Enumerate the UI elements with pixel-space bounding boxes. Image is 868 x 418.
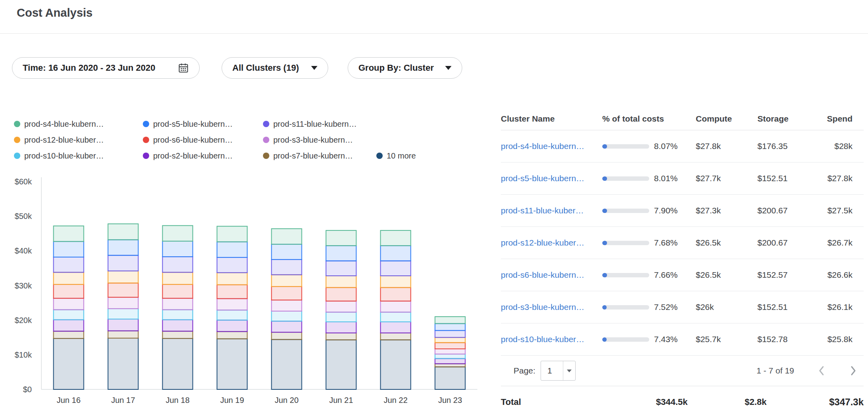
bar-segment[interactable] xyxy=(163,284,193,298)
bar-segment[interactable] xyxy=(272,321,302,332)
bar-segment[interactable] xyxy=(108,240,138,255)
bar-segment[interactable] xyxy=(108,224,138,240)
bar-segment[interactable] xyxy=(272,339,302,389)
bar-segment[interactable] xyxy=(163,272,193,284)
time-range-filter[interactable]: Time: 16 Jun 2020 - 23 Jun 2020 xyxy=(12,57,200,79)
bar-segment[interactable] xyxy=(163,226,193,241)
bar-segment[interactable] xyxy=(108,331,138,338)
bar-segment[interactable] xyxy=(381,340,411,389)
cluster-name-link[interactable]: prod-s6-blue-kubern… xyxy=(501,270,584,279)
bar-segment[interactable] xyxy=(272,300,302,311)
bar-segment[interactable] xyxy=(163,331,193,339)
legend-item[interactable]: prod-s5-blue-kubern… xyxy=(143,120,263,129)
bar-segment[interactable] xyxy=(163,298,193,310)
bar-segment[interactable] xyxy=(435,358,465,364)
bar-segment[interactable] xyxy=(326,312,356,322)
legend-item[interactable]: prod-s7-blue-kubern… xyxy=(263,151,376,161)
bar-segment[interactable] xyxy=(435,349,465,354)
bar-segment[interactable] xyxy=(217,310,247,320)
bar-segment[interactable] xyxy=(435,354,465,358)
bar-segment[interactable] xyxy=(217,331,247,339)
bar-segment[interactable] xyxy=(435,331,465,337)
bar-segment[interactable] xyxy=(435,367,465,389)
bar-segment[interactable] xyxy=(272,275,302,286)
bar-segment[interactable] xyxy=(163,339,193,389)
bar-segment[interactable] xyxy=(108,271,138,283)
bar-segment[interactable] xyxy=(54,298,84,310)
bar-segment[interactable] xyxy=(54,272,84,284)
bar-segment[interactable] xyxy=(272,259,302,275)
bar-segment[interactable] xyxy=(108,309,138,319)
legend-item[interactable]: prod-s10-blue-kuber… xyxy=(14,151,143,161)
clusters-filter[interactable]: All Clusters (19) xyxy=(222,57,328,79)
bar-segment[interactable] xyxy=(217,320,247,332)
bar-segment[interactable] xyxy=(435,323,465,330)
bar-segment[interactable] xyxy=(326,301,356,312)
bar-segment[interactable] xyxy=(272,311,302,321)
bar-segment[interactable] xyxy=(54,339,84,389)
bar-segment[interactable] xyxy=(435,364,465,367)
bar-segment[interactable] xyxy=(326,340,356,389)
bar-segment[interactable] xyxy=(108,338,138,389)
bar-segment[interactable] xyxy=(54,284,84,298)
bar-segment[interactable] xyxy=(272,244,302,259)
bar-segment[interactable] xyxy=(217,242,247,257)
cluster-name-link[interactable]: prod-s12-blue-kuber… xyxy=(501,238,584,247)
bar-segment[interactable] xyxy=(54,331,84,339)
bar-segment[interactable] xyxy=(217,226,247,242)
cluster-name-link[interactable]: prod-s4-blue-kubern… xyxy=(501,141,584,151)
legend-item[interactable]: prod-s3-blue-kubern… xyxy=(263,135,376,145)
bar-segment[interactable] xyxy=(163,257,193,272)
group-by-filter[interactable]: Group By: Cluster xyxy=(348,57,462,79)
bar-segment[interactable] xyxy=(326,288,356,301)
bar-segment[interactable] xyxy=(108,297,138,309)
next-page-icon[interactable] xyxy=(849,364,857,377)
bar-segment[interactable] xyxy=(435,343,465,349)
bar-segment[interactable] xyxy=(381,261,411,276)
cluster-name-link[interactable]: prod-s10-blue-kuber… xyxy=(501,335,584,344)
bar-segment[interactable] xyxy=(54,257,84,272)
bar-segment[interactable] xyxy=(381,312,411,322)
bar-segment[interactable] xyxy=(217,257,247,273)
prev-page-icon[interactable] xyxy=(817,364,825,377)
legend-item[interactable]: 10 more xyxy=(376,151,416,161)
legend-item[interactable]: prod-s12-blue-kuber… xyxy=(14,135,143,145)
bar-segment[interactable] xyxy=(217,285,247,299)
bar-segment[interactable] xyxy=(381,246,411,261)
bar-segment[interactable] xyxy=(272,229,302,244)
cluster-name-link[interactable]: prod-s11-blue-kuber… xyxy=(501,206,584,215)
bar-segment[interactable] xyxy=(272,332,302,339)
bar-segment[interactable] xyxy=(163,241,193,257)
bar-segment[interactable] xyxy=(326,261,356,276)
bar-segment[interactable] xyxy=(326,322,356,333)
bar-segment[interactable] xyxy=(381,288,411,301)
bar-segment[interactable] xyxy=(54,320,84,331)
legend-item[interactable]: prod-s11-blue-kubern… xyxy=(263,120,376,129)
bar-segment[interactable] xyxy=(381,301,411,312)
bar-segment[interactable] xyxy=(326,230,356,246)
page-select[interactable]: 1 xyxy=(541,361,576,381)
bar-segment[interactable] xyxy=(108,319,138,331)
bar-segment[interactable] xyxy=(435,337,465,343)
bar-segment[interactable] xyxy=(217,299,247,310)
legend-item[interactable]: prod-s4-blue-kubern… xyxy=(14,120,143,129)
bar-segment[interactable] xyxy=(381,276,411,288)
bar-segment[interactable] xyxy=(108,283,138,297)
bar-segment[interactable] xyxy=(217,273,247,285)
bar-segment[interactable] xyxy=(381,230,411,246)
bar-segment[interactable] xyxy=(326,246,356,261)
bar-segment[interactable] xyxy=(381,333,411,340)
bar-segment[interactable] xyxy=(54,226,84,242)
bar-segment[interactable] xyxy=(435,317,465,323)
cluster-name-link[interactable]: prod-s3-blue-kubern… xyxy=(501,302,584,312)
bar-segment[interactable] xyxy=(163,320,193,331)
legend-item[interactable]: prod-s2-blue-kubern… xyxy=(143,151,263,161)
legend-item[interactable]: prod-s6-blue-kubern… xyxy=(143,135,263,145)
bar-segment[interactable] xyxy=(54,310,84,320)
bar-segment[interactable] xyxy=(54,242,84,257)
bar-segment[interactable] xyxy=(108,255,138,271)
bar-segment[interactable] xyxy=(272,286,302,300)
bar-segment[interactable] xyxy=(217,339,247,389)
bar-segment[interactable] xyxy=(381,322,411,333)
bar-segment[interactable] xyxy=(326,276,356,288)
